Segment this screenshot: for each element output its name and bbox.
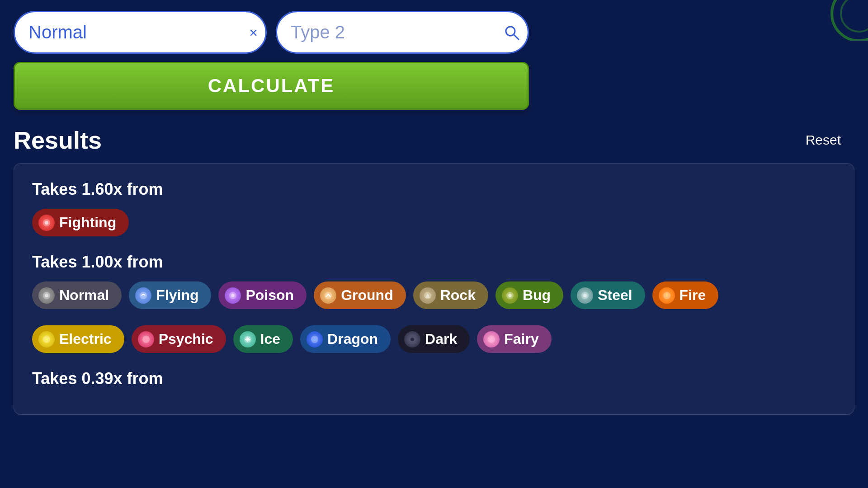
type1-input-container: Normal × [14,11,267,54]
svg-point-15 [508,294,512,297]
section-160: Takes 1.60x from Fighting [32,180,836,236]
dragon-icon [307,331,323,347]
psychic-label: Psychic [159,331,213,347]
flying-label: Flying [156,287,198,304]
calculate-button[interactable]: CALCULATE [14,62,529,110]
badge-bug: Bug [495,282,563,309]
badge-normal: Normal [32,282,122,309]
ground-icon [320,287,336,304]
svg-point-2 [832,0,868,41]
psychic-icon [138,331,154,347]
dark-label: Dark [425,331,457,347]
normal-icon [38,287,55,304]
badge-fighting: Fighting [32,209,129,236]
badge-ice: Ice [233,325,293,353]
fire-label: Fire [679,287,706,304]
section-039: Takes 0.39x from [32,369,836,388]
section-100-badges: Normal Flying Poison Ground [32,282,836,309]
svg-point-21 [144,338,148,341]
svg-point-3 [841,0,868,32]
badge-dark: Dark [398,325,470,353]
top-bar: Normal × [0,0,868,54]
results-header: Results Reset [0,110,868,159]
electric-icon [38,331,55,347]
electric-label: Electric [59,331,112,347]
results-card: Takes 1.60x from Fighting Takes 1.00x fr… [14,163,854,415]
badge-ground: Ground [314,282,406,309]
pokeball-decoration [814,0,868,41]
ice-icon [240,331,256,347]
fighting-label: Fighting [59,214,116,231]
badge-dragon: Dragon [300,325,391,353]
type1-input[interactable]: Normal [14,11,267,54]
type2-input[interactable] [276,11,529,54]
svg-line-1 [514,34,519,39]
dragon-label: Dragon [327,331,378,347]
svg-point-10 [231,294,235,297]
svg-point-25 [410,338,414,341]
rock-label: Rock [440,287,476,304]
steel-label: Steel [598,287,632,304]
rock-icon [420,287,436,304]
poison-label: Poison [245,287,294,304]
svg-point-5 [45,221,48,225]
search-icon-button[interactable] [504,24,520,41]
section-100-badges-row2: Electric Psychic Ice Dragon [32,325,836,353]
badge-fire: Fire [652,282,719,309]
badge-poison: Poison [218,282,307,309]
badge-rock: Rock [413,282,488,309]
section-039-title: Takes 0.39x from [32,369,836,388]
results-title: Results [14,126,102,154]
bug-icon [502,287,518,304]
calculate-button-row: CALCULATE [0,54,868,110]
ice-label: Ice [260,331,280,347]
clear-type1-button[interactable]: × [249,25,258,40]
svg-point-8 [140,292,147,299]
svg-point-7 [45,294,48,297]
fighting-icon [38,215,55,231]
reset-button[interactable]: Reset [806,132,854,148]
section-100-title: Takes 1.00x from [32,253,836,272]
svg-point-17 [583,294,587,297]
section-160-badges: Fighting [32,209,836,236]
poison-icon [225,287,241,304]
badge-electric: Electric [32,325,124,353]
type2-input-container [276,11,529,54]
badge-steel: Steel [571,282,645,309]
fire-icon [659,287,675,304]
badge-flying: Flying [129,282,211,309]
section-100: Takes 1.00x from Normal Flying Poison [32,253,836,353]
svg-point-11 [325,292,332,299]
flying-icon [135,287,151,304]
section-160-title: Takes 1.60x from [32,180,836,199]
bug-label: Bug [523,287,551,304]
fairy-label: Fairy [504,331,538,347]
fairy-icon [483,331,500,347]
badge-psychic: Psychic [132,325,226,353]
badge-fairy: Fairy [477,325,551,353]
dark-icon [404,331,420,347]
steel-icon [577,287,593,304]
ground-label: Ground [341,287,393,304]
normal-label: Normal [59,287,109,304]
